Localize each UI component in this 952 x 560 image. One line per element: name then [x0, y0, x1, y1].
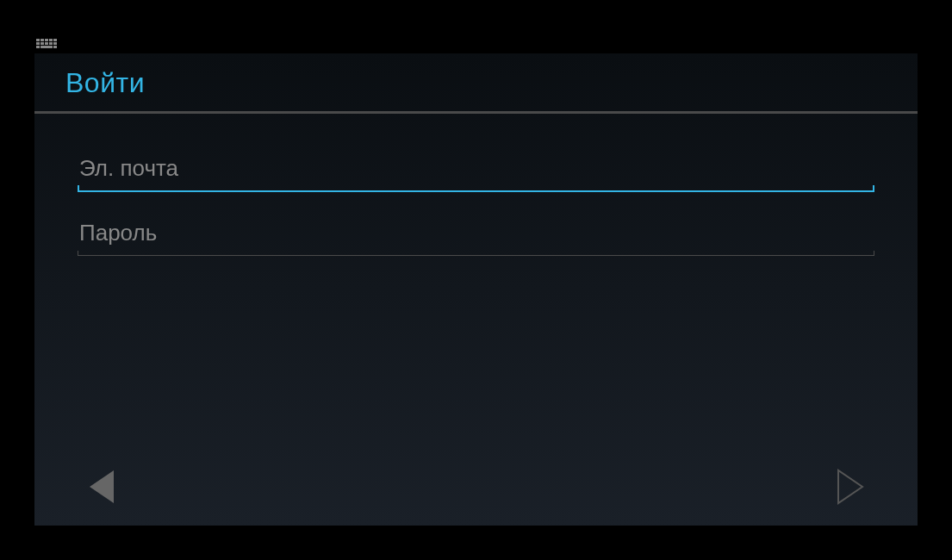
svg-rect-3: [49, 39, 53, 41]
svg-rect-12: [53, 46, 57, 48]
arrow-right-icon: [835, 467, 866, 507]
svg-marker-14: [838, 470, 862, 503]
svg-rect-5: [36, 42, 40, 45]
svg-rect-7: [45, 42, 48, 45]
svg-rect-9: [53, 42, 57, 45]
password-field[interactable]: [78, 216, 874, 256]
dialog-header: Войти: [34, 53, 918, 114]
email-field[interactable]: [78, 152, 874, 192]
login-form: [34, 114, 918, 256]
svg-marker-13: [90, 470, 114, 503]
svg-rect-0: [36, 39, 40, 41]
svg-rect-8: [49, 42, 53, 45]
arrow-left-icon: [86, 467, 117, 507]
svg-rect-11: [40, 46, 53, 48]
email-input-wrapper: [78, 152, 874, 192]
svg-rect-1: [40, 39, 44, 41]
navigation-bar: [86, 467, 866, 507]
status-bar: [36, 39, 57, 53]
login-dialog: Войти: [34, 53, 918, 526]
back-button[interactable]: [86, 467, 117, 507]
keyboard-icon: [36, 39, 57, 53]
svg-rect-4: [53, 39, 57, 41]
next-button[interactable]: [835, 467, 866, 507]
svg-rect-6: [40, 42, 44, 45]
dialog-title: Войти: [65, 67, 887, 99]
svg-rect-10: [36, 46, 40, 48]
password-input-wrapper: [78, 216, 874, 256]
svg-rect-2: [45, 39, 48, 41]
